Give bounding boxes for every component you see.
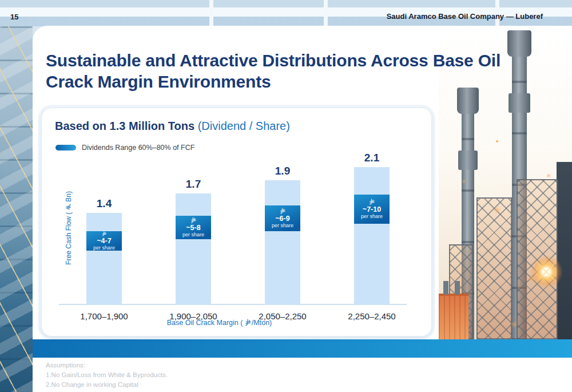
slide-title-line2: Crack Margin Environments <box>46 72 271 91</box>
bar-column: 1.9 ~6-9 per share 2,050–2,250 <box>265 160 300 305</box>
company-header-text: Saudi Aramco Base Oil Company — Luberef <box>387 12 543 21</box>
x-axis-label: Base Oil Crack Margin ( /Mton) <box>42 319 397 327</box>
sun-glare <box>529 255 563 289</box>
refinery-structure <box>557 162 572 339</box>
footer-accent-bar <box>33 339 572 358</box>
refinery-building <box>439 294 468 339</box>
per-share-range: ~4-7 <box>97 237 111 245</box>
bar: 1.4 ~4-7 per share <box>86 213 122 305</box>
bar-value-label: 1.4 <box>97 197 112 210</box>
per-share-caption: per share <box>93 245 115 251</box>
assumptions: Assumptions: 1.No Gain/Loss from White &… <box>46 361 168 392</box>
bar-value-label: 1.9 <box>275 165 290 177</box>
dividend-band: ~4-7 per share <box>86 231 122 251</box>
y-axis-label-suffix: Bn) <box>65 191 73 202</box>
saudi-riyal-icon <box>190 217 197 224</box>
assumptions-title: Assumptions: <box>46 361 168 370</box>
bar-value-label: 1.7 <box>186 178 201 191</box>
bar: 1.7 ~5-8 per share <box>176 193 211 305</box>
saudi-riyal-icon <box>101 231 108 236</box>
saudi-riyal-icon <box>369 199 375 205</box>
bar-column: 1.4 ~4-7 per share 1,700–1,900 <box>86 160 122 305</box>
slide: 15 Saudi Aramco Base Oil Company — Luber… <box>0 0 572 392</box>
per-share-caption: per share <box>272 223 293 228</box>
chart-plot: 1.4 ~4-7 per share 1,700–1,900 1.7 ~5-8 … <box>86 160 390 305</box>
bar: 1.9 ~6-9 per share <box>265 180 300 305</box>
saudi-riyal-icon <box>66 204 72 211</box>
bar: 2.1 ~7-10 per share <box>354 167 390 305</box>
chart-card: Based on 1.3 Million Tons (Dividend / Sh… <box>41 108 432 336</box>
page-number: 15 <box>10 13 18 21</box>
refinery-lights <box>496 140 498 142</box>
refinery-lattice-tower <box>476 197 512 339</box>
slide-title: Sustainable and Attractive Distributions… <box>46 50 503 92</box>
bar-column: 1.7 ~5-8 per share 1,900–2,050 <box>176 160 211 305</box>
bar-value-label: 2.1 <box>364 152 379 164</box>
saudi-riyal-icon <box>280 208 286 215</box>
assumption-item: 1.No Gain/Loss from White & Byproducts. <box>46 370 168 380</box>
slide-title-line1: Sustainable and Attractive Distributions… <box>46 51 500 70</box>
per-share-range: ~7-10 <box>363 205 381 213</box>
y-axis-label: Free Cash Flow ( Bn) <box>65 191 73 265</box>
assumption-item: 2.No Change in working Capital <box>46 380 168 390</box>
x-axis-label-suffix: /Mton) <box>252 319 272 327</box>
per-share-range: ~5-8 <box>186 224 200 232</box>
per-share-caption: per share <box>361 213 383 219</box>
bar-column: 2.1 ~7-10 per share 2,250–2,450 <box>354 160 390 305</box>
dividend-band: ~7-10 per share <box>354 195 390 224</box>
dividend-band: ~5-8 per share <box>176 216 211 239</box>
x-axis-label-prefix: Base Oil Crack Margin ( <box>167 319 245 327</box>
bar-chart: Free Cash Flow ( Bn) 1.4 ~4-7 per share … <box>42 108 431 336</box>
per-share-range: ~6-9 <box>275 215 289 223</box>
per-share-caption: per share <box>182 232 204 237</box>
dividend-band: ~6-9 per share <box>265 205 300 232</box>
assumption-item: 3.Capex SAR 146MM <box>46 390 168 392</box>
saudi-riyal-icon <box>245 319 252 326</box>
y-axis-label-prefix: Free Cash Flow ( <box>65 212 73 265</box>
content-panel: Sustainable and Attractive Distributions… <box>33 26 572 392</box>
